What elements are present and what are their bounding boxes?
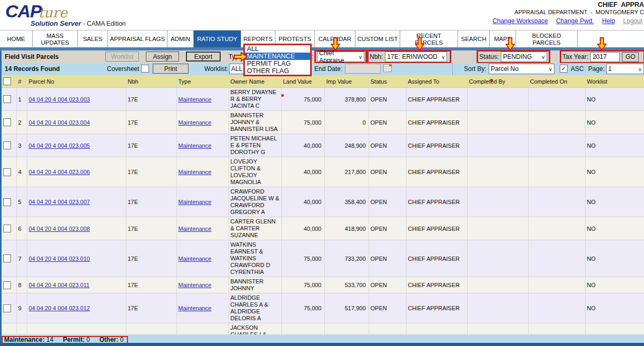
type-option-maintenance[interactable]: MAINTENANCE (245, 53, 310, 60)
go-button[interactable]: GO (622, 52, 639, 62)
cell-owner: LOVEJOY CLIFTON & LOVEJOY MAGNOLIA (229, 157, 281, 187)
nav-admin[interactable]: ADMIN (167, 30, 194, 48)
cell-status: OPEN (369, 277, 406, 293)
row-checkbox[interactable] (3, 168, 11, 176)
help-link[interactable]: Help (602, 17, 615, 25)
cell-completed-by (467, 293, 528, 323)
row-checkbox[interactable] (3, 225, 11, 232)
parcel-link[interactable]: 04 04 20 4 004 023.005 (29, 143, 90, 149)
type-option-permit-flag[interactable]: PERMIT FLAG (245, 60, 310, 67)
parcel-link[interactable]: 04 04 20 4 004 023.012 (29, 305, 90, 311)
table-header-row: # Parcel No Nbh Type Owner Name Land Val… (2, 75, 644, 88)
logo-tagline: Solution Server - CAMA Edition (31, 19, 126, 27)
coversheet-checkbox[interactable] (141, 65, 149, 73)
cell-completed-on (528, 277, 585, 293)
end-date-input[interactable] (345, 64, 381, 74)
type-link[interactable]: Maintenance (179, 226, 212, 232)
nav-maps[interactable]: MAPS (490, 30, 516, 48)
cell-owner: WATKINS EARNEST & WATKINS CRAWFORD D CYR… (229, 240, 281, 277)
parcel-link[interactable]: 04 04 20 4 004 023.006 (29, 169, 90, 175)
appraiser-select[interactable]: Chief Appraise∨ (317, 52, 364, 62)
sort-by-label: Sort By: (464, 65, 487, 73)
chevron-down-icon: ∨ (441, 54, 445, 60)
col-num: # (16, 75, 27, 88)
select-all-checkbox[interactable] (3, 77, 11, 85)
cell-status: OPEN (369, 293, 406, 323)
row-checkbox[interactable] (3, 141, 11, 149)
cell-assigned: CHIEF APPRAISER (406, 88, 467, 111)
cell-land: 40,000 (281, 217, 324, 240)
change-password-link[interactable]: Change Pwd. (556, 17, 594, 25)
status-select[interactable]: PENDING∨ (501, 52, 547, 62)
calendar-icon[interactable] (383, 64, 392, 72)
parcel-link[interactable]: 04 04 20 4 004 023.010 (29, 256, 90, 262)
cell-owner: CRAWFORD JACQUELINE W & CRAWFORD GREGORY… (229, 187, 281, 217)
parcel-link[interactable]: 04 04 20 4 004 023.011 (29, 282, 90, 288)
cell-completed-by (467, 88, 528, 111)
cell-nbh: 17E (126, 88, 176, 111)
type-option-other-flag[interactable]: OTHER FLAG (245, 67, 310, 75)
parcel-link[interactable]: 04 04 20 4 004 023.004 (29, 119, 90, 126)
type-option-all[interactable]: ALL (245, 45, 310, 53)
tax-year-input[interactable] (590, 52, 620, 62)
cell-status: OPEN (369, 88, 406, 111)
row-checkbox[interactable] (3, 281, 11, 289)
export-button[interactable]: Export (186, 52, 221, 62)
type-link[interactable]: Maintenance (179, 169, 212, 175)
type-link[interactable]: Maintenance (179, 143, 212, 149)
cell-land: 40,000 (281, 134, 324, 157)
cell-land: 75,000 (281, 277, 324, 293)
row-checkbox[interactable] (3, 118, 11, 126)
page-select[interactable]: 1∨ (606, 64, 644, 74)
nav-sales[interactable]: SALES (78, 30, 108, 48)
type-link[interactable]: Maintenance (179, 199, 212, 205)
type-link[interactable]: Maintenance (179, 305, 212, 311)
type-link[interactable]: Maintenance (179, 119, 212, 126)
type-link[interactable]: Maintenance (179, 282, 212, 288)
type-dropdown-open: ALL MAINTENANCE PERMIT FLAG OTHER FLAG (243, 44, 312, 76)
table-row: 804 04 20 4 004 023.01117EMaintenanceBAN… (2, 277, 644, 293)
row-checkbox[interactable] (3, 304, 11, 312)
nav-custom-list[interactable]: CUSTOM LIST (355, 30, 400, 48)
coversheet-label: Coversheet (107, 65, 139, 73)
nav-blocked-parcels[interactable]: BLOCKED PARCELS (516, 30, 578, 48)
worklist-button[interactable]: Worklist (105, 52, 139, 62)
other-count-label: Other: (100, 336, 118, 343)
row-checkbox[interactable] (3, 255, 11, 262)
logout-link[interactable]: Logout (623, 17, 642, 25)
maintenance-count-label: Maintenance: (4, 336, 45, 343)
row-checkbox[interactable] (3, 95, 11, 103)
type-link[interactable]: Maintenance (179, 96, 212, 103)
cell-worklist: NO (585, 134, 644, 157)
footer-summary-bar: Maintenance: 14 Permit: 0 Other: 0 (2, 334, 644, 343)
nav-recent-parcels[interactable]: RECENT PARCELS (400, 30, 458, 48)
row-checkbox[interactable] (3, 198, 11, 206)
cell-completed-on (528, 111, 585, 134)
logo-cap: CAP (5, 1, 42, 21)
cell-imp: 358,400 (324, 187, 369, 217)
nbh-select[interactable]: 17E: ERINWOOD∨ (385, 52, 447, 62)
parcel-link[interactable]: 04 04 20 4 004 023.008 (29, 226, 90, 232)
sort-by-select[interactable]: Parcel No∨ (489, 64, 554, 74)
other-count-value: 0 (120, 336, 124, 343)
user-info: CHIEF APPRA APPRAISAL DEPARTMENT - MONTG… (486, 1, 644, 25)
nav-search[interactable]: SEARCH (458, 30, 490, 48)
nav-home[interactable]: HOME (0, 30, 33, 48)
row-number: 7 (16, 240, 27, 277)
nav-ratio-study[interactable]: RATIO STUDY (194, 30, 241, 48)
nav-mass-updates[interactable]: MASS UPDATES (33, 30, 78, 48)
cell-owner: BANNISTER JOHNNY & BANNISTER LISA (229, 111, 281, 134)
logo-ture: ture (38, 5, 67, 21)
change-workspace-link[interactable]: Change Workspace (492, 17, 548, 25)
asc-checkbox[interactable]: ✓ (560, 65, 568, 73)
parcel-link[interactable]: 04 04 20 4 004 023.003 (29, 96, 90, 103)
nav-calendar[interactable]: CALENDAR (315, 30, 355, 48)
print-button[interactable]: Print (153, 64, 189, 74)
cell-worklist: NO (585, 111, 644, 134)
chevron-down-icon: ∨ (541, 54, 545, 60)
type-link[interactable]: Maintenance (179, 256, 212, 262)
nav-appraisal-flags[interactable]: APPRAISAL FLAGS (108, 30, 167, 48)
parcel-link[interactable]: 04 04 20 4 004 023.007 (29, 199, 90, 205)
cell-status: OPEN (369, 157, 406, 187)
assign-button[interactable]: Assign (146, 52, 179, 62)
